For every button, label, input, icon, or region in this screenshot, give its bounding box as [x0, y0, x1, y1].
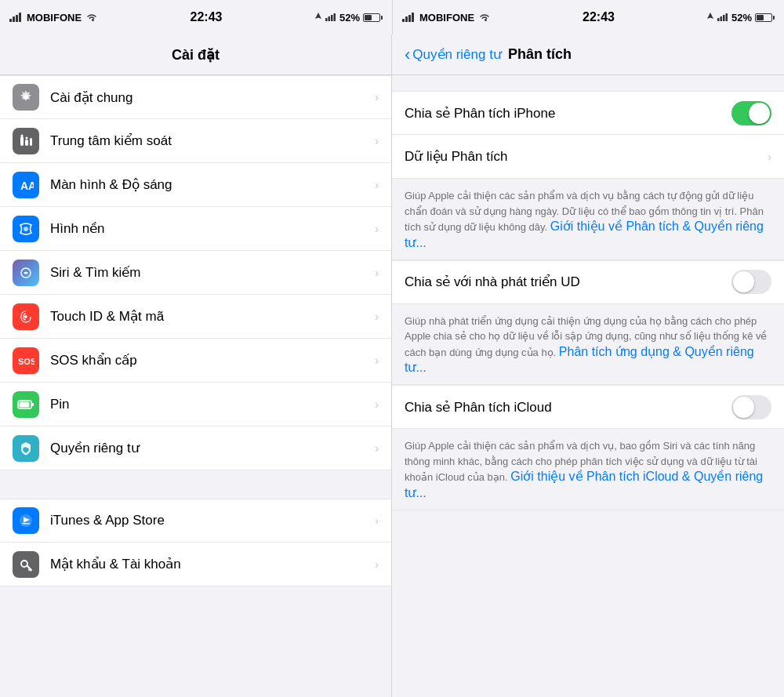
sidebar-item-display[interactable]: AA Màn hình & Độ sáng ›: [0, 163, 391, 207]
back-label: Quyền riêng tư: [412, 46, 502, 63]
sos-icon: SOS: [13, 347, 39, 374]
svg-rect-19: [30, 138, 32, 146]
sidebar-item-touch-id[interactable]: Touch ID & Mật mã ›: [0, 295, 391, 339]
sidebar-item-itunes[interactable]: iTunes & App Store ›: [0, 499, 391, 543]
detail-chevron-data: ›: [768, 151, 771, 163]
detail-label-data: Dữ liệu Phân tích: [405, 148, 768, 165]
svg-rect-18: [25, 140, 28, 146]
settings-list: Cài đặt chung › Trung tâm kiểm: [0, 75, 391, 697]
touch-id-label: Touch ID & Mật mã: [50, 308, 375, 325]
left-panel: Cài đặt Cài đặt chung ›: [0, 34, 392, 697]
left-status-right-icons: 52%: [314, 12, 383, 24]
left-carrier-area: MOBIFONE: [9, 12, 98, 24]
section-2: Chia sẻ với nhà phát triển UD: [392, 260, 784, 304]
left-panel-header: Cài đặt: [0, 34, 391, 75]
svg-rect-13: [720, 16, 722, 21]
svg-text:SOS: SOS: [18, 357, 34, 366]
back-button[interactable]: ‹ Quyền riêng tư: [405, 45, 502, 65]
touch-id-icon: [13, 303, 39, 330]
toggle-label-developer: Chia sẻ với nhà phát triển UD: [405, 274, 731, 290]
svg-rect-12: [717, 18, 720, 21]
toggle-icloud[interactable]: [731, 395, 771, 419]
touch-id-chevron: ›: [375, 310, 379, 323]
description-block-1: Giúp Apple cải thiện các sản phẩm và dịc…: [392, 179, 784, 260]
right-status-right-icons: 52%: [706, 12, 775, 24]
sidebar-item-sos[interactable]: SOS SOS khẩn cấp ›: [0, 339, 391, 383]
privacy-icon: [13, 435, 39, 462]
general-chevron: ›: [375, 91, 379, 103]
sidebar-item-general[interactable]: Cài đặt chung ›: [0, 75, 391, 119]
wifi-icon-right: [478, 13, 491, 22]
battery-chevron: ›: [375, 398, 379, 411]
left-battery-pct: 52%: [339, 12, 360, 24]
detail-row-data[interactable]: Dữ liệu Phân tích ›: [392, 135, 784, 179]
svg-rect-15: [725, 13, 728, 21]
itunes-chevron: ›: [375, 514, 379, 527]
passwords-chevron: ›: [375, 558, 379, 571]
signal-icon-small-right: [717, 13, 728, 21]
svg-rect-1: [13, 16, 15, 22]
svg-text:AA: AA: [20, 180, 34, 192]
itunes-icon: [13, 507, 39, 534]
location-icon-right: [706, 13, 714, 22]
right-panel: ‹ Quyền riêng tư Phân tích Chia sẻ Phân …: [392, 34, 784, 697]
description-block-3: Giúp Apple cải thiện các sản phẩm và dịc…: [392, 429, 784, 510]
passwords-label: Mật khẩu & Tài khoản: [50, 556, 375, 572]
toggle-developer[interactable]: [731, 270, 771, 294]
battery-label: Pin: [50, 397, 375, 412]
content-area: Cài đặt Cài đặt chung ›: [0, 34, 784, 697]
svg-rect-9: [405, 16, 408, 22]
general-label: Cài đặt chung: [50, 89, 375, 106]
sidebar-item-privacy[interactable]: Quyền riêng tư ›: [0, 427, 391, 470]
display-chevron: ›: [375, 179, 379, 191]
status-bar-right: MOBIFONE 22:43 52%: [392, 0, 784, 34]
svg-rect-4: [325, 18, 328, 21]
section-3: Chia sẻ Phân tích iCloud: [392, 385, 784, 429]
svg-rect-11: [412, 13, 414, 22]
right-time: 22:43: [583, 10, 615, 24]
toggle-row-developer[interactable]: Chia sẻ với nhà phát triển UD: [392, 260, 784, 304]
status-bar: MOBIFONE 22:43 52%: [0, 0, 784, 34]
sidebar-item-passwords[interactable]: Mật khẩu & Tài khoản ›: [0, 543, 391, 586]
right-panel-title: Phân tích: [508, 46, 572, 63]
svg-rect-3: [19, 13, 21, 22]
svg-rect-30: [22, 523, 30, 525]
privacy-label: Quyền riêng tư: [50, 440, 375, 456]
itunes-label: iTunes & App Store: [50, 513, 375, 528]
svg-rect-2: [16, 15, 18, 22]
svg-rect-8: [402, 19, 405, 22]
settings-group-2: iTunes & App Store › Mật khẩu & Tài khoả…: [0, 499, 391, 586]
sidebar-item-control-center[interactable]: Trung tâm kiểm soát ›: [0, 119, 391, 163]
toggle-iphone[interactable]: [731, 101, 771, 125]
sidebar-item-siri[interactable]: Siri & Tìm kiếm ›: [0, 251, 391, 295]
control-center-icon: [13, 128, 39, 154]
wifi-icon-left: [85, 13, 98, 22]
right-carrier-area: MOBIFONE: [402, 12, 491, 24]
toggle-label-icloud: Chia sẻ Phân tích iCloud: [405, 399, 731, 416]
sidebar-item-battery[interactable]: Pin ›: [0, 383, 391, 427]
svg-rect-0: [9, 19, 12, 22]
siri-chevron: ›: [375, 267, 379, 279]
svg-point-23: [24, 227, 28, 231]
control-center-label: Trung tâm kiểm soát: [50, 133, 375, 149]
signal-icon-right: [402, 13, 416, 22]
toggle-label-iphone: Chia sẻ Phân tích iPhone: [405, 105, 731, 122]
right-panel-content: Chia sẻ Phân tích iPhone Dữ liệu Phân tí…: [392, 75, 784, 697]
sidebar-item-wallpaper[interactable]: Hình nền ›: [0, 207, 391, 251]
siri-label: Siri & Tìm kiếm: [50, 264, 375, 281]
right-battery-pct: 52%: [731, 12, 752, 24]
svg-rect-17: [20, 136, 24, 146]
svg-point-20: [21, 134, 24, 136]
toggle-row-iphone[interactable]: Chia sẻ Phân tích iPhone: [392, 91, 784, 135]
toggle-row-icloud[interactable]: Chia sẻ Phân tích iCloud: [392, 385, 784, 429]
display-label: Màn hình & Độ sáng: [50, 176, 375, 193]
description-block-2: Giúp nhà phát triển ứng dụng cải thiện ứ…: [392, 304, 784, 386]
battery-icon-left: [363, 13, 383, 22]
signal-icon: [9, 13, 23, 22]
passwords-icon: [13, 551, 39, 578]
privacy-chevron: ›: [375, 442, 379, 455]
display-icon: AA: [13, 172, 39, 198]
left-time: 22:43: [191, 10, 223, 24]
svg-rect-28: [20, 401, 30, 407]
settings-separator-1: [0, 470, 391, 499]
